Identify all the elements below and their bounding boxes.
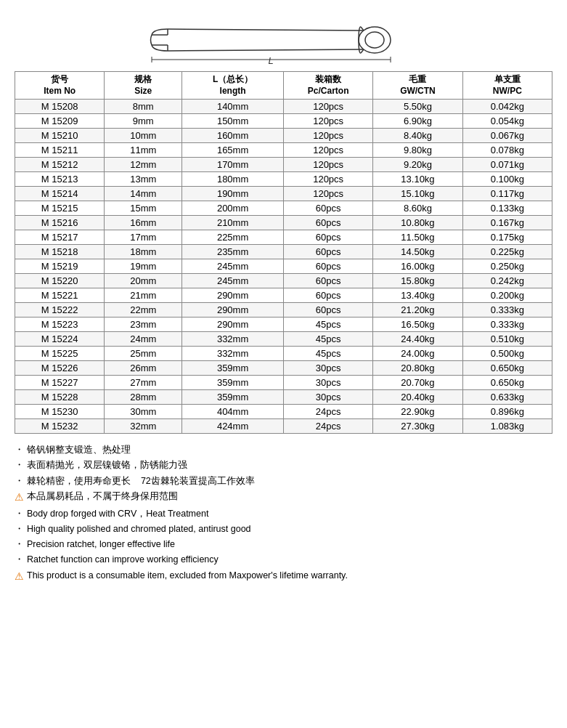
- table-row: M 1522323mm290mm45pcs16.50kg0.333kg: [15, 318, 552, 332]
- col-header-gw: 毛重GW/CTN: [373, 72, 462, 100]
- table-header-row: 货号Item No 规格Size L（总长）length 装箱数Pc/Carto…: [15, 72, 552, 100]
- notes-section: ・铬钒钢整支锻造、热处理・表面精抛光，双层镍镀铬，防锈能力强・棘轮精密，使用寿命…: [15, 442, 552, 585]
- cell-size: 21mm: [105, 288, 182, 303]
- cell-gw: 6.90kg: [373, 114, 462, 129]
- cell-gw: 20.70kg: [373, 376, 462, 390]
- note-text: This product is a consumable item, exclu…: [27, 568, 348, 583]
- cell-carton: 45pcs: [283, 347, 372, 361]
- cell-length: 180mm: [182, 172, 284, 187]
- cell-carton: 60pcs: [283, 303, 372, 318]
- cell-nw: 1.083kg: [462, 419, 552, 434]
- cell-nw: 0.250kg: [462, 259, 552, 274]
- cell-length: 404mm: [182, 405, 284, 419]
- cell-length: 359mm: [182, 361, 284, 376]
- cell-nw: 0.225kg: [462, 245, 552, 259]
- cell-itemno: M 15228: [15, 390, 105, 405]
- cell-carton: 120pcs: [283, 158, 372, 172]
- cell-gw: 11.50kg: [373, 230, 462, 245]
- svg-text:L: L: [268, 55, 273, 65]
- cell-gw: 13.40kg: [373, 288, 462, 303]
- cell-itemno: M 15219: [15, 259, 105, 274]
- cell-size: 14mm: [105, 187, 182, 201]
- table-row: M 1521818mm235mm60pcs14.50kg0.225kg: [15, 245, 552, 259]
- cell-size: 10mm: [105, 129, 182, 143]
- cell-carton: 30pcs: [283, 361, 372, 376]
- note-text: 本品属易耗品，不属于终身保用范围: [27, 489, 178, 504]
- cell-nw: 0.117kg: [462, 187, 552, 201]
- cell-size: 19mm: [105, 259, 182, 274]
- cell-itemno: M 15218: [15, 245, 105, 259]
- cell-itemno: M 15226: [15, 361, 105, 376]
- table-row: M 1522424mm332mm45pcs24.40kg0.510kg: [15, 332, 552, 347]
- cell-gw: 16.50kg: [373, 318, 462, 332]
- note-text: 表面精抛光，双层镍镀铬，防锈能力强: [27, 458, 187, 473]
- bullet-icon: ・: [15, 458, 24, 473]
- cell-itemno: M 15214: [15, 187, 105, 201]
- table-row: M 1521717mm225mm60pcs11.50kg0.175kg: [15, 230, 552, 245]
- svg-point-4: [359, 27, 391, 53]
- note-line-zh: ・表面精抛光，双层镍镀铬，防锈能力强: [15, 458, 552, 473]
- cell-carton: 60pcs: [283, 259, 372, 274]
- cell-carton: 120pcs: [283, 187, 372, 201]
- bullet-icon: ・: [15, 442, 24, 458]
- cell-itemno: M 15222: [15, 303, 105, 318]
- cell-carton: 60pcs: [283, 274, 372, 288]
- col-header-size: 规格Size: [105, 72, 182, 100]
- cell-size: 23mm: [105, 318, 182, 332]
- cell-itemno: M 15215: [15, 201, 105, 216]
- warning-icon: ⚠: [15, 568, 24, 586]
- table-row: M 1522626mm359mm30pcs20.80kg0.650kg: [15, 361, 552, 376]
- table-row: M 1521313mm180mm120pcs13.10kg0.100kg: [15, 172, 552, 187]
- cell-itemno: M 15220: [15, 274, 105, 288]
- cell-length: 359mm: [182, 376, 284, 390]
- cell-itemno: M 15227: [15, 376, 105, 390]
- svg-line-2: [168, 29, 364, 31]
- wrench-diagram: L: [146, 15, 422, 65]
- cell-itemno: M 15208: [15, 100, 105, 114]
- cell-size: 26mm: [105, 361, 182, 376]
- cell-length: 210mm: [182, 216, 284, 230]
- cell-itemno: M 15213: [15, 172, 105, 187]
- table-row: M 1523232mm424mm24pcs27.30kg1.083kg: [15, 419, 552, 434]
- cell-nw: 0.896kg: [462, 405, 552, 419]
- warning-icon: ⚠: [15, 489, 24, 506]
- cell-length: 290mm: [182, 318, 284, 332]
- cell-size: 12mm: [105, 158, 182, 172]
- cell-itemno: M 15211: [15, 143, 105, 158]
- cell-length: 150mm: [182, 114, 284, 129]
- cell-carton: 60pcs: [283, 216, 372, 230]
- cell-carton: 30pcs: [283, 376, 372, 390]
- cell-nw: 0.100kg: [462, 172, 552, 187]
- table-row: M 152099mm150mm120pcs6.90kg0.054kg: [15, 114, 552, 129]
- cell-gw: 15.10kg: [373, 187, 462, 201]
- cell-length: 424mm: [182, 419, 284, 434]
- cell-size: 11mm: [105, 143, 182, 158]
- cell-size: 20mm: [105, 274, 182, 288]
- cell-length: 170mm: [182, 158, 284, 172]
- cell-nw: 0.633kg: [462, 390, 552, 405]
- cell-gw: 8.60kg: [373, 201, 462, 216]
- cell-size: 8mm: [105, 100, 182, 114]
- table-row: M 1522020mm245mm60pcs15.80kg0.242kg: [15, 274, 552, 288]
- cell-gw: 9.20kg: [373, 158, 462, 172]
- cell-gw: 20.40kg: [373, 390, 462, 405]
- cell-carton: 60pcs: [283, 245, 372, 259]
- cell-itemno: M 15232: [15, 419, 105, 434]
- cell-length: 245mm: [182, 274, 284, 288]
- cell-carton: 45pcs: [283, 318, 372, 332]
- cell-size: 30mm: [105, 405, 182, 419]
- cell-size: 13mm: [105, 172, 182, 187]
- bullet-icon: ・: [15, 474, 24, 489]
- cell-itemno: M 15225: [15, 347, 105, 361]
- bullet-icon: ・: [15, 552, 24, 567]
- cell-gw: 16.00kg: [373, 259, 462, 274]
- table-row: M 1522222mm290mm60pcs21.20kg0.333kg: [15, 303, 552, 318]
- cell-nw: 0.071kg: [462, 158, 552, 172]
- cell-length: 359mm: [182, 390, 284, 405]
- table-row: M 1521919mm245mm60pcs16.00kg0.250kg: [15, 259, 552, 274]
- bullet-icon: ・: [15, 506, 24, 522]
- cell-itemno: M 15230: [15, 405, 105, 419]
- cell-gw: 14.50kg: [373, 245, 462, 259]
- cell-length: 332mm: [182, 332, 284, 347]
- cell-length: 160mm: [182, 129, 284, 143]
